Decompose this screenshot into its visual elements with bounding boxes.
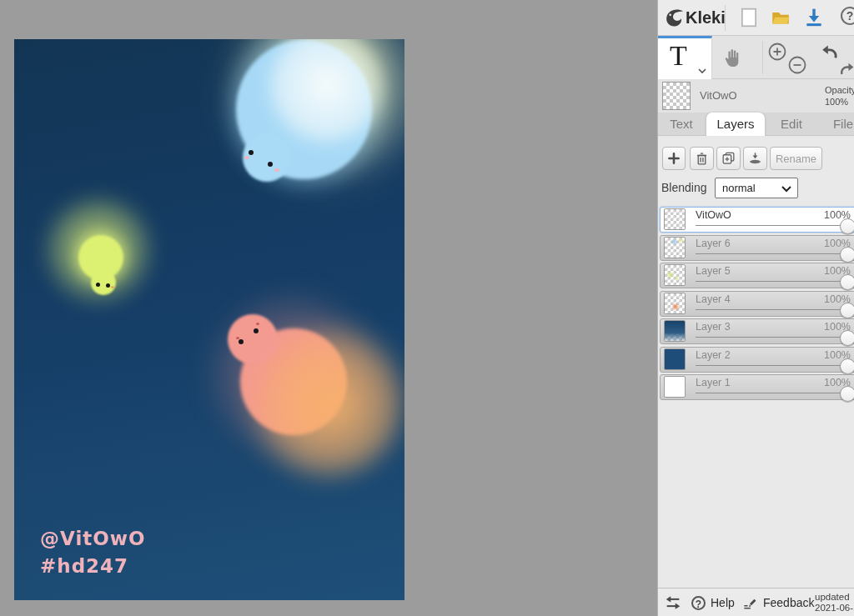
zoom-out-button[interactable] bbox=[787, 55, 807, 75]
updated-date: 2021-06-1 bbox=[815, 603, 854, 613]
rename-button[interactable]: Rename bbox=[770, 147, 822, 170]
trash-icon bbox=[694, 151, 710, 167]
plus-icon bbox=[666, 151, 681, 166]
layer-thumbnail bbox=[664, 208, 686, 230]
tab-bar: Text Layers Edit File bbox=[658, 113, 854, 136]
chevron-down-icon bbox=[698, 68, 706, 74]
layer-thumbnail bbox=[664, 237, 686, 258]
hand-tool-button[interactable] bbox=[723, 45, 746, 70]
blending-label: Blending bbox=[661, 181, 707, 194]
layer-row-1[interactable]: Layer 1 100% bbox=[660, 374, 854, 400]
redo-button[interactable] bbox=[837, 58, 854, 78]
question-mark-icon: ? bbox=[691, 596, 706, 610]
swap-tool-button[interactable] bbox=[663, 588, 683, 616]
layer-thumbnail bbox=[664, 293, 686, 314]
tab-text[interactable]: Text bbox=[661, 113, 701, 136]
download-icon[interactable] bbox=[803, 7, 825, 28]
bottom-bar: ? Help Feedback updated 2021-06-1 bbox=[658, 588, 854, 616]
tab-edit[interactable]: Edit bbox=[772, 113, 811, 136]
zoom-in-button[interactable] bbox=[767, 42, 787, 62]
opacity-slider[interactable] bbox=[696, 365, 842, 366]
merge-icon bbox=[747, 151, 763, 167]
opacity-slider[interactable] bbox=[696, 225, 842, 226]
chevron-down-icon bbox=[781, 186, 791, 193]
duplicate-icon bbox=[721, 151, 736, 167]
current-layer-name: VitOwO bbox=[700, 79, 737, 113]
blue-creature-cheek bbox=[274, 168, 279, 172]
opacity-slider-handle[interactable] bbox=[840, 303, 854, 318]
drawing-canvas[interactable]: @VitOwO #hd247 bbox=[14, 39, 404, 600]
blending-value: normal bbox=[722, 182, 756, 194]
blue-creature-head bbox=[243, 133, 291, 182]
feedback-button[interactable]: Feedback bbox=[741, 588, 814, 616]
layer-row-6[interactable]: Layer 6 100% bbox=[660, 235, 854, 261]
tab-file[interactable]: File bbox=[826, 113, 854, 136]
blue-creature-cheek bbox=[244, 156, 249, 159]
layer-row-3[interactable]: Layer 3 100% bbox=[660, 318, 854, 344]
app-title: Kleki bbox=[686, 0, 726, 35]
signature-handle: @VitOwO bbox=[40, 525, 146, 553]
opacity-slider-handle[interactable] bbox=[840, 274, 854, 290]
opacity-slider[interactable] bbox=[696, 393, 842, 393]
layer-row-5[interactable]: Layer 5 100% bbox=[660, 263, 854, 288]
new-file-icon[interactable] bbox=[738, 7, 760, 28]
help-button[interactable]: ? Help bbox=[691, 588, 735, 616]
text-tool-button[interactable]: T bbox=[658, 36, 712, 79]
duplicate-layer-button[interactable] bbox=[716, 147, 741, 170]
layer-name: Layer 4 bbox=[696, 293, 731, 305]
opacity-slider-handle[interactable] bbox=[840, 386, 854, 402]
layer-row-vitowo[interactable]: VitOwO 100% bbox=[660, 207, 854, 233]
tab-layers[interactable]: Layers bbox=[706, 113, 765, 136]
artist-signature: @VitOwO #hd247 bbox=[40, 525, 146, 580]
opacity-label: Opacity bbox=[825, 84, 854, 96]
layer-name: Layer 6 bbox=[696, 238, 731, 249]
pink-creature-eye bbox=[254, 328, 259, 333]
layer-thumbnail bbox=[664, 376, 686, 398]
opacity-slider-handle[interactable] bbox=[840, 358, 854, 374]
blending-select[interactable]: normal bbox=[715, 178, 798, 198]
green-creature-eye bbox=[106, 283, 110, 288]
green-creature-cheek bbox=[111, 286, 114, 288]
layer-row-2[interactable]: Layer 2 100% bbox=[660, 347, 854, 373]
updated-word: updated bbox=[815, 592, 854, 603]
blue-creature-eye bbox=[249, 150, 254, 155]
current-layer-strip: VitOwO Opacity 100% bbox=[658, 79, 854, 113]
blue-creature-eye bbox=[268, 162, 273, 167]
feedback-label: Feedback bbox=[763, 596, 814, 609]
opacity-slider[interactable] bbox=[696, 253, 842, 254]
opacity-slider-handle[interactable] bbox=[840, 247, 854, 263]
opacity-slider[interactable] bbox=[696, 281, 842, 282]
help-icon[interactable]: ? bbox=[841, 7, 854, 25]
pink-creature-cheek bbox=[256, 323, 259, 325]
open-folder-icon[interactable] bbox=[770, 7, 791, 28]
green-creature-head bbox=[91, 270, 116, 295]
opacity-slider-handle[interactable] bbox=[840, 218, 854, 234]
green-creature-eye bbox=[96, 283, 100, 287]
help-label: Help bbox=[711, 596, 735, 609]
opacity-value: 100% bbox=[825, 96, 854, 108]
updated-stamp: updated 2021-06-1 bbox=[815, 592, 854, 613]
divider bbox=[762, 41, 763, 74]
pencil-feedback-icon bbox=[741, 594, 758, 611]
layers-panel: Rename Blending normal VitOwO 100% bbox=[658, 136, 854, 588]
merge-down-button[interactable] bbox=[743, 147, 767, 170]
layer-thumbnail bbox=[664, 264, 686, 286]
opacity-slider[interactable] bbox=[696, 337, 842, 338]
layer-name: Layer 5 bbox=[696, 265, 731, 277]
layer-thumbnail bbox=[664, 320, 686, 342]
current-layer-thumbnail[interactable] bbox=[662, 82, 691, 110]
layer-name: Layer 1 bbox=[696, 377, 731, 388]
layer-name: VitOwO bbox=[696, 209, 731, 221]
divider bbox=[725, 5, 726, 31]
layer-name: Layer 2 bbox=[696, 349, 731, 361]
swap-arrows-icon bbox=[663, 593, 683, 612]
signature-tag: #hd247 bbox=[40, 553, 146, 580]
pink-creature-eye bbox=[239, 339, 244, 344]
kleki-app: @VitOwO #hd247 Kleki bbox=[0, 0, 854, 616]
layer-row-4[interactable]: Layer 4 100% bbox=[660, 291, 854, 317]
opacity-slider-handle[interactable] bbox=[840, 330, 854, 346]
kleki-logo-icon bbox=[662, 6, 686, 29]
delete-layer-button[interactable] bbox=[690, 147, 714, 170]
opacity-slider[interactable] bbox=[696, 309, 842, 310]
add-layer-button[interactable] bbox=[662, 147, 686, 170]
